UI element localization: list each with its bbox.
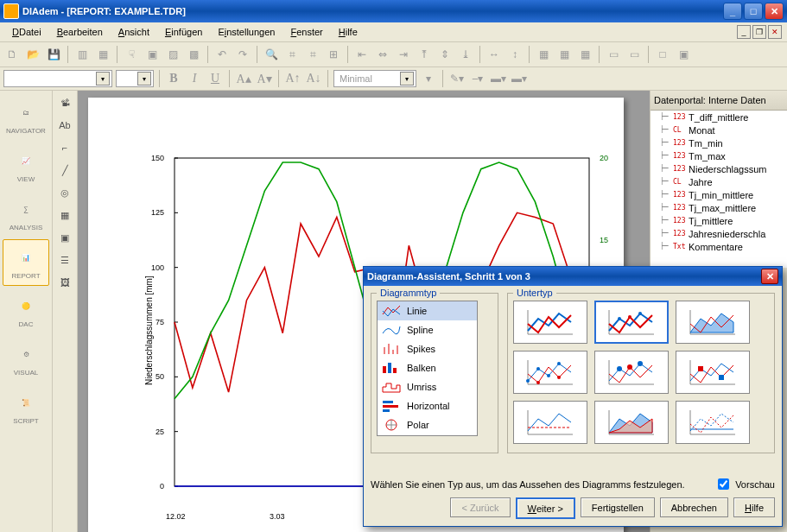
subtype-option[interactable]	[594, 401, 669, 444]
menu-einfuegen[interactable]: Einfügen	[158, 25, 209, 39]
shape-icon[interactable]: ☰	[56, 251, 73, 269]
type-option[interactable]: Umriss	[378, 377, 477, 396]
channel-item[interactable]: ⊢123Jahresniederschla	[651, 227, 787, 240]
type-option[interactable]: Spikes	[378, 339, 477, 358]
channel-item[interactable]: ⊢123Tj_min_mittlere	[651, 188, 787, 201]
shrink-font-icon[interactable]: A▾	[256, 70, 273, 87]
diagram-type-list[interactable]: LinieSplineSpikesBalkenUmrissHorizontalP…	[377, 301, 478, 436]
channel-item[interactable]: ⊢123Tm_max	[651, 149, 787, 162]
style-combo[interactable]: Minimal▾	[333, 70, 416, 87]
finish-button[interactable]: Fertigstellen	[581, 497, 655, 517]
menu-einstellungen[interactable]: Einstellungen	[211, 25, 282, 39]
type-option[interactable]: Linie	[378, 301, 477, 320]
nav-dac[interactable]: 🟡DAC	[3, 288, 49, 334]
dist-v-icon[interactable]: ↕	[506, 46, 524, 63]
channel-item[interactable]: ⊢CLMonat	[651, 124, 787, 136]
bold-icon[interactable]: B	[165, 70, 182, 87]
underline-icon[interactable]: U	[206, 70, 224, 87]
italic-icon[interactable]: I	[186, 70, 203, 87]
subtype-option[interactable]	[513, 301, 587, 344]
channel-item[interactable]: ⊢CLJahre	[651, 175, 787, 188]
table-icon[interactable]: ▦	[56, 206, 73, 224]
grow-font-icon[interactable]: A▴	[235, 70, 252, 87]
type-option[interactable]: Polar	[378, 415, 477, 434]
open-icon[interactable]: 📂	[24, 46, 41, 63]
preview-checkbox[interactable]: Vorschau	[714, 476, 775, 492]
cube2-icon[interactable]: ▨	[164, 46, 181, 63]
nav-view[interactable]: 📈VIEW	[3, 142, 49, 189]
save-icon[interactable]: 💾	[45, 46, 62, 63]
dist-h-icon[interactable]: ↔	[486, 46, 503, 63]
close-button[interactable]: ✕	[765, 3, 784, 20]
preview-check-input[interactable]	[718, 478, 729, 490]
zoom-icon[interactable]: 🔍	[263, 46, 280, 63]
nav-report[interactable]: 📊REPORT	[3, 239, 49, 286]
minimize-button[interactable]: _	[723, 3, 742, 20]
next-button[interactable]: Weiter >	[516, 497, 575, 519]
font-family-combo[interactable]: ▾	[3, 70, 112, 87]
mdi-minimize-button[interactable]: _	[737, 25, 751, 39]
tb-icon-2[interactable]: ⌗	[304, 46, 321, 63]
subtype-option[interactable]	[676, 401, 750, 444]
type-option[interactable]: Balken	[378, 358, 477, 377]
channel-item[interactable]: ⊢123Niederschlagssum	[651, 162, 787, 175]
cube-icon[interactable]: ▣	[143, 46, 161, 63]
align-top-icon[interactable]: ⤒	[416, 46, 433, 63]
object1-icon[interactable]: □	[654, 46, 671, 63]
channel-item[interactable]: ⊢TxtKommentare	[651, 240, 787, 253]
polar-icon[interactable]: ◎	[56, 184, 73, 201]
grid2-icon[interactable]: ▦	[555, 46, 573, 63]
dialog-close-button[interactable]: ✕	[761, 269, 778, 284]
style-dropdown-icon[interactable]: ▾	[420, 70, 437, 87]
layer2-icon[interactable]: ▭	[625, 46, 643, 63]
menu-ansicht[interactable]: Ansicht	[111, 25, 156, 39]
maximize-button[interactable]: □	[744, 3, 763, 20]
menu-bearbeiten[interactable]: Bearbeiten	[50, 25, 110, 39]
align-right-icon[interactable]: ⇥	[395, 46, 412, 63]
chart1-icon[interactable]: ▥	[73, 46, 91, 63]
cursor-icon[interactable]: ☟	[123, 46, 140, 63]
type-option[interactable]: Spline	[378, 320, 477, 339]
line-color-icon[interactable]: ✎▾	[448, 70, 466, 87]
channel-item[interactable]: ⊢123Tj_mittlere	[651, 214, 787, 227]
align-middle-icon[interactable]: ⇕	[436, 46, 454, 63]
object2-icon[interactable]: ▣	[675, 46, 692, 63]
redo-icon[interactable]: ↷	[234, 46, 251, 63]
subtype-option[interactable]	[513, 401, 587, 444]
align-bottom-icon[interactable]: ⤓	[457, 46, 474, 63]
nav-analysis[interactable]: ∑ANALYSIS	[3, 191, 49, 238]
cube3-icon[interactable]: ▩	[185, 46, 202, 63]
undo-icon[interactable]: ↶	[213, 46, 231, 63]
channel-item[interactable]: ⊢123Tj_max_mittlere	[651, 201, 787, 214]
mdi-restore-button[interactable]: ❐	[752, 25, 766, 39]
nav-visual[interactable]: ⚙VISUAL	[3, 336, 49, 383]
type-option[interactable]: Horizontal	[378, 396, 477, 415]
channel-item[interactable]: ⊢123Tm_min	[651, 136, 787, 149]
subtype-option[interactable]	[594, 301, 669, 344]
subtype-option[interactable]	[594, 351, 669, 394]
menu-hilfe[interactable]: Hilfe	[332, 25, 365, 39]
text-icon[interactable]: Ab	[56, 117, 73, 134]
camera-icon[interactable]: 📽	[56, 94, 73, 111]
new-icon[interactable]: 🗋	[3, 46, 21, 63]
subtype-option[interactable]	[676, 301, 750, 344]
cancel-button[interactable]: Abbrechen	[660, 497, 728, 517]
channel-item[interactable]: ⊢123T_diff_mittlere	[651, 111, 787, 124]
nav-script[interactable]: 📜SCRIPT	[3, 384, 49, 431]
font-size-combo[interactable]: ▾	[116, 70, 154, 87]
menu-fenster[interactable]: Fenster	[283, 25, 329, 39]
nav-navigator[interactable]: 🗂NAVIGATOR	[3, 94, 49, 141]
chart2-icon[interactable]: ▦	[94, 46, 111, 63]
align-left-icon[interactable]: ⇤	[353, 46, 371, 63]
image-icon[interactable]: 🖼	[56, 274, 73, 291]
grid3-icon[interactable]: ▦	[576, 46, 593, 63]
menu-datei[interactable]: DDateiDatei	[5, 25, 48, 39]
align-center-icon[interactable]: ⇔	[374, 46, 391, 63]
grid1-icon[interactable]: ▦	[535, 46, 552, 63]
subscript-icon[interactable]: A↓	[305, 70, 322, 87]
help-button[interactable]: Hilfe	[733, 497, 775, 517]
mdi-close-button[interactable]: ✕	[768, 25, 782, 39]
3d-axis-icon[interactable]: ╱	[56, 162, 73, 179]
tb-icon-1[interactable]: ⌗	[283, 46, 301, 63]
group-icon[interactable]: ▣	[56, 229, 73, 246]
